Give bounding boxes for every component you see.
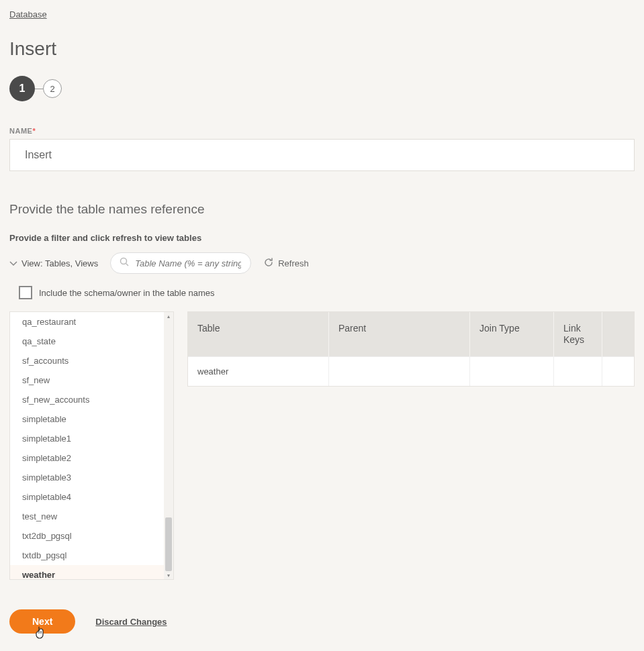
cell-link [554,357,602,386]
list-item[interactable]: simpletable4 [10,487,164,507]
scroll-thumb[interactable] [165,517,172,571]
name-input[interactable] [9,139,635,171]
search-input[interactable] [110,252,251,274]
scroll-up-icon[interactable]: ▴ [164,312,173,320]
page-title: Insert [9,38,635,60]
list-item[interactable]: test_new [10,507,164,526]
filter-row: View: Tables, Views Refresh [9,252,635,274]
cell-extra [602,357,634,386]
filter-hint: Provide a filter and click refresh to vi… [9,233,635,243]
breadcrumb-database[interactable]: Database [9,9,47,19]
include-schema-row: Include the schema/owner in the table na… [19,286,635,299]
refresh-label: Refresh [278,258,309,268]
next-button[interactable]: Next [9,609,75,634]
col-table[interactable]: Table [188,312,329,356]
section-title: Provide the table names reference [9,202,635,217]
include-schema-checkbox[interactable] [19,286,32,299]
grid-header: Table Parent Join Type Link Keys [188,312,634,356]
list-item[interactable]: txt2db_pgsql [10,526,164,546]
selected-tables-grid: Table Parent Join Type Link Keys weather [187,311,635,387]
list-item[interactable]: sf_new_accounts [10,390,164,409]
step-2[interactable]: 2 [43,79,62,98]
search-icon [120,257,129,269]
list-item[interactable]: sf_accounts [10,351,164,370]
table-row[interactable]: weather [188,356,634,386]
table-list[interactable]: qa_restaurantqa_statesf_accountssf_newsf… [10,312,164,579]
list-item[interactable]: txtdb_pgsql [10,546,164,565]
list-item[interactable]: qa_state [10,332,164,351]
chevron-down-icon [9,259,17,267]
footer: Next Discard Changes [9,609,167,634]
list-item[interactable]: weather [10,565,164,579]
list-item[interactable]: simpletable3 [10,468,164,487]
refresh-icon [263,257,274,270]
step-connector [35,89,43,89]
cell-table: weather [188,357,329,386]
name-label: NAME* [9,127,635,135]
view-toggle[interactable]: View: Tables, Views [9,258,98,268]
refresh-button[interactable]: Refresh [263,257,309,270]
step-1[interactable]: 1 [9,76,35,101]
scroll-track[interactable] [164,320,173,571]
cell-join [470,357,554,386]
view-toggle-label: View: Tables, Views [21,258,98,268]
table-listbox: qa_restaurantqa_statesf_accountssf_newsf… [9,311,174,580]
cell-parent [329,357,470,386]
scrollbar[interactable]: ▴ ▾ [164,312,173,579]
col-join[interactable]: Join Type [470,312,554,356]
breadcrumb: Database [9,9,635,19]
list-item[interactable]: simpletable1 [10,429,164,448]
discard-changes-button[interactable]: Discard Changes [95,617,167,627]
col-extra [602,312,634,356]
svg-line-1 [126,264,129,266]
list-item[interactable]: qa_restaurant [10,312,164,332]
col-link[interactable]: Link Keys [554,312,602,356]
col-parent[interactable]: Parent [329,312,470,356]
scroll-down-icon[interactable]: ▾ [164,571,173,579]
svg-point-0 [121,258,127,264]
search-wrap [110,252,251,274]
list-item[interactable]: sf_new [10,370,164,390]
list-item[interactable]: simpletable [10,409,164,429]
stepper: 1 2 [9,76,635,101]
list-item[interactable]: simpletable2 [10,448,164,468]
include-schema-label: Include the schema/owner in the table na… [39,288,215,298]
